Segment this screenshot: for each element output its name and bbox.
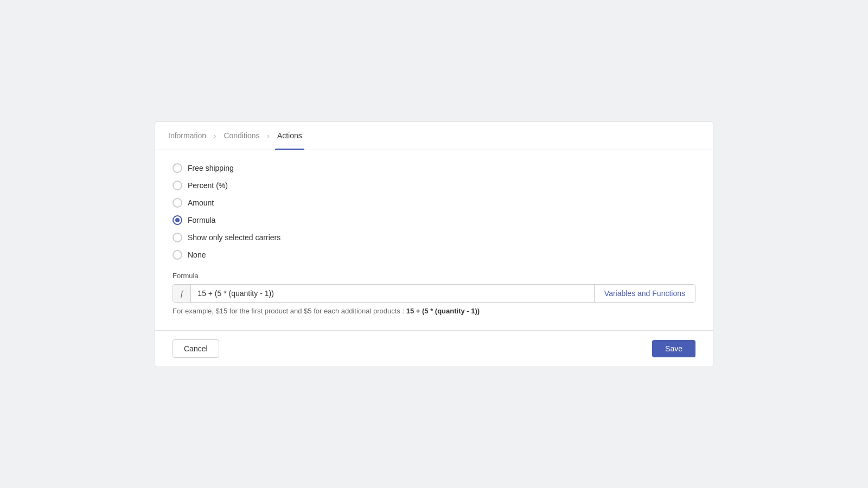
content-area: Free shipping Percent (%) Amount Formula [155, 150, 713, 330]
chevron-icon-1: › [214, 132, 216, 140]
save-button-label: Save [665, 344, 682, 353]
radio-label-amount: Amount [188, 198, 214, 207]
save-button[interactable]: Save [652, 340, 695, 357]
variables-button-label: Variables and Functions [604, 289, 685, 298]
formula-hint-text: For example, $15 for the first product a… [173, 307, 406, 315]
page-wrapper: Information › Conditions › Actions Free … [0, 0, 868, 488]
radio-input-free-shipping [173, 163, 182, 173]
chevron-icon-2: › [267, 132, 270, 140]
radio-none[interactable]: None [173, 250, 695, 260]
radio-label-free-shipping: Free shipping [188, 164, 234, 172]
variables-functions-button[interactable]: Variables and Functions [594, 285, 695, 302]
radio-free-shipping[interactable]: Free shipping [173, 163, 695, 173]
tab-information[interactable]: Information [166, 122, 208, 150]
tab-information-label: Information [168, 131, 206, 140]
formula-input[interactable] [191, 285, 593, 302]
formula-hint-formula: 15 + (5 * (quantity - 1)) [406, 307, 480, 315]
cancel-button-label: Cancel [184, 344, 208, 353]
main-card: Information › Conditions › Actions Free … [155, 121, 713, 367]
tab-actions-label: Actions [277, 131, 302, 140]
radio-amount[interactable]: Amount [173, 198, 695, 208]
radio-label-show-carriers: Show only selected carriers [188, 233, 280, 242]
radio-input-show-carriers [173, 233, 182, 242]
radio-formula[interactable]: Formula [173, 215, 695, 225]
formula-icon: ƒ [173, 285, 191, 302]
tab-conditions-label: Conditions [224, 131, 259, 140]
radio-percent[interactable]: Percent (%) [173, 181, 695, 190]
formula-input-row: ƒ Variables and Functions [173, 284, 695, 303]
formula-section: Formula ƒ Variables and Functions For ex… [173, 272, 695, 315]
radio-group: Free shipping Percent (%) Amount Formula [173, 163, 695, 260]
radio-label-formula: Formula [188, 216, 215, 224]
radio-label-percent: Percent (%) [188, 181, 228, 190]
radio-label-none: None [188, 251, 206, 259]
radio-input-none [173, 250, 182, 260]
radio-show-carriers[interactable]: Show only selected carriers [173, 233, 695, 242]
formula-section-label: Formula [173, 272, 695, 280]
radio-input-amount [173, 198, 182, 208]
radio-input-formula [173, 215, 182, 225]
formula-hint: For example, $15 for the first product a… [173, 307, 695, 315]
cancel-button[interactable]: Cancel [173, 339, 219, 358]
radio-input-percent [173, 181, 182, 190]
footer: Cancel Save [155, 330, 713, 367]
tab-navigation: Information › Conditions › Actions [155, 122, 713, 150]
tab-conditions[interactable]: Conditions [221, 122, 261, 150]
tab-actions[interactable]: Actions [275, 122, 304, 150]
